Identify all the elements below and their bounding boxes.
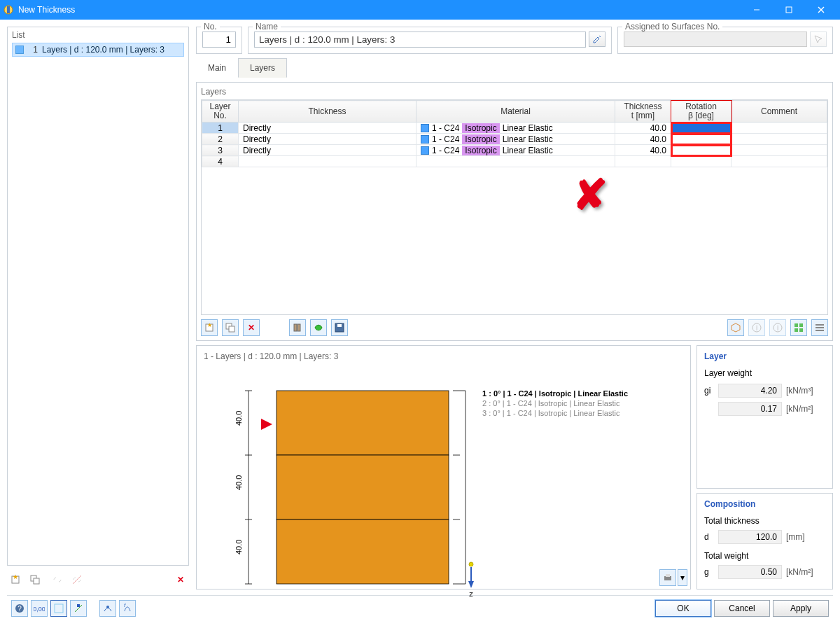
svg-rect-26 [799,328,803,332]
table-row[interactable]: 1Directly 1 - C24 Isotropic Linear Elast… [202,123,827,134]
new-layer-button[interactable]: ★ [201,319,218,336]
svg-point-62 [106,606,109,608]
list-item[interactable]: 1 Layers | d : 120.0 mm | Layers: 3 [12,43,184,57]
svg-line-10 [73,575,81,584]
svg-rect-61 [77,604,80,607]
layer-diagram: 40.0 40.0 40.0 [227,384,718,601]
close-button[interactable] [805,0,837,20]
svg-rect-3 [786,7,792,13]
options-button[interactable] [50,600,67,617]
no-group: No. [196,27,242,54]
units-button[interactable]: 0,00 [31,600,48,617]
maximize-button[interactable] [773,0,805,20]
new-item-button[interactable]: ★ [7,571,24,588]
list-tree[interactable]: 1 Layers | d : 120.0 mm | Layers: 3 [12,43,184,562]
table-row[interactable]: 3Directly 1 - C24 Isotropic Linear Elast… [202,145,827,156]
svg-rect-41 [276,519,449,584]
tool-2-button[interactable] [99,600,116,617]
table-row[interactable]: 2Directly 1 - C24 Isotropic Linear Elast… [202,134,827,145]
cancel-button[interactable]: Cancel [714,600,770,617]
table-row[interactable]: 4 [202,156,827,167]
copy-item-button[interactable] [27,571,43,588]
svg-rect-16 [298,324,300,331]
svg-rect-39 [276,391,449,455]
error-x-annotation: ✘ [573,170,613,211]
svg-text:f: f [124,603,126,608]
svg-rect-40 [276,455,449,519]
delete-layer-button[interactable]: ✕ [243,319,260,336]
window-title: New Thickness [18,5,741,15]
print-button[interactable] [659,569,676,586]
svg-text:2 :   0° | 1 - C24 | Isotropic: 2 : 0° | 1 - C24 | Isotropic | Linear El… [482,399,620,407]
save-button[interactable] [331,319,348,336]
svg-text:i: i [756,324,757,332]
no-input[interactable] [202,32,236,48]
svg-text:★: ★ [207,322,212,328]
help-button[interactable]: ? [11,600,28,617]
svg-rect-1 [7,6,10,13]
svg-text:0,00: 0,00 [34,606,45,613]
svg-text:40.0: 40.0 [234,540,243,554]
pick-surface-button[interactable] [810,32,827,47]
info-1-button[interactable]: i [748,319,765,336]
list-view-button[interactable] [811,319,828,336]
edit-name-button[interactable] [589,32,606,47]
svg-rect-27 [816,324,824,326]
delete-item-button[interactable]: ✕ [172,571,189,588]
name-input[interactable] [254,32,586,48]
svg-text:i: i [777,324,778,332]
left-toolbar: ★ ✕ [7,570,189,589]
svg-text:?: ? [18,605,22,613]
layers-grid[interactable]: Layer No. Thickness Material Thickness t… [201,99,828,315]
import-button[interactable] [310,319,327,336]
list-panel: List 1 Layers | d : 120.0 mm | Layers: 3 [7,27,189,566]
svg-rect-15 [294,324,297,331]
svg-rect-28 [816,327,824,328]
tool-3-button[interactable]: f [119,600,136,617]
svg-rect-59 [55,604,63,613]
tool-1-button[interactable] [70,600,87,617]
svg-rect-9 [34,578,39,584]
apply-button[interactable]: Apply [773,600,829,617]
assigned-input [624,32,807,47]
ok-button[interactable]: OK [655,600,711,617]
minimize-button[interactable] [741,0,773,20]
svg-rect-14 [229,326,234,332]
titlebar: New Thickness [0,0,840,20]
unlink-button [69,571,85,588]
preview-pane: 1 - Layers | d : 120.0 mm | Layers: 3 40… [196,345,691,589]
grid-toolbar: ★ ✕ i i [201,315,828,336]
tab-layers[interactable]: Layers [238,58,287,78]
duplicate-layer-button[interactable] [222,319,239,336]
library-button[interactable] [289,319,306,336]
d-value: 120.0 [718,530,782,544]
svg-text:40.0: 40.0 [234,475,243,490]
arrange-button[interactable] [790,319,807,336]
link-button [49,571,66,588]
list-title: List [12,30,184,40]
tab-strip: Main Layers [196,58,833,78]
tab-main[interactable]: Main [196,58,238,78]
svg-rect-25 [794,328,798,332]
view-iso-button[interactable] [727,319,744,336]
layers-icon [15,46,24,54]
name-group: Name [248,27,612,54]
svg-text:40.0: 40.0 [234,411,243,426]
assigned-group: Assigned to Surfaces No. [617,27,833,54]
print-menu-button[interactable]: ▾ [678,569,687,586]
svg-marker-49 [468,581,474,588]
svg-text:★: ★ [13,574,18,580]
gi-value: 4.20 [718,384,782,398]
svg-rect-29 [816,330,824,331]
info-2-button[interactable]: i [769,319,786,336]
svg-rect-23 [794,323,798,327]
g-per-area-value: 0.17 [718,402,782,416]
svg-rect-18 [337,324,342,327]
svg-text:3 :   0° | 1 - C24 | Isotropic: 3 : 0° | 1 - C24 | Isotropic | Linear El… [482,409,620,417]
svg-point-47 [469,562,473,566]
app-icon [3,4,14,15]
svg-text:z: z [469,589,473,598]
preview-title: 1 - Layers | d : 120.0 mm | Layers: 3 [200,350,687,363]
layers-group: Layers Layer No. Thickness Material Thic… [196,82,833,341]
svg-text:1 :   0° | 1 - C24 | Isotropic: 1 : 0° | 1 - C24 | Isotropic | Linear El… [482,389,628,398]
